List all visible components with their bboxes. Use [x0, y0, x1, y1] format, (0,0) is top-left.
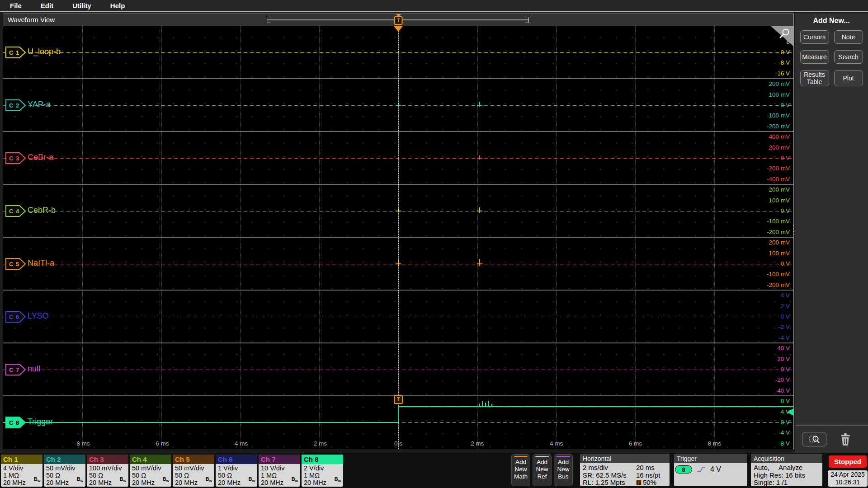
scale-label: 200 mV	[749, 239, 790, 246]
add-new-button[interactable]: AddNewMath	[511, 454, 530, 486]
channel-name-label[interactable]: LYSO	[28, 311, 49, 321]
main-area: Waveform View T C 1 U_loop-b 80 V-8 V-16…	[0, 13, 868, 453]
add-new-button[interactable]: AddNewBus	[554, 454, 573, 486]
trigger-flag-t-icon: T	[394, 16, 403, 25]
channel-vdiv: 100 mV/div	[89, 465, 127, 472]
acquisition-panel-title: Acquisition	[751, 454, 822, 463]
menu-item[interactable]: File	[10, 2, 22, 9]
footer-channel-badge[interactable]: Ch 4 50 mV/div 50 Ω 20 MHz Bw	[130, 455, 171, 487]
menu-item[interactable]: Utility	[72, 2, 91, 9]
footer-channel-settings: 50 mV/div 50 Ω 20 MHz Bw	[130, 464, 171, 486]
panel-splitter-grip[interactable]	[793, 225, 794, 235]
channel-name-label[interactable]: U_loop-b	[28, 47, 61, 56]
corner-magnifier-icon[interactable]	[771, 26, 793, 46]
trigger-position-flag[interactable]: T	[394, 14, 403, 25]
add-new-panel-button[interactable]: Measure	[800, 50, 829, 64]
footer-channel-badge[interactable]: Ch 7 10 V/div 1 MΩ 20 MHz Bw	[259, 455, 300, 487]
add-new-panel-button[interactable]: Note	[834, 30, 863, 44]
date-value: 24 Apr 2025	[828, 471, 868, 479]
channel-badge[interactable]: C 6	[5, 311, 26, 323]
trigger-level-arrow-icon[interactable]	[787, 408, 793, 416]
trigger-panel[interactable]: Trigger 8 4 V	[674, 454, 747, 486]
horizontal-row-left: RL: 1.25 Mpts	[583, 479, 636, 486]
add-button-accent	[514, 456, 528, 457]
channel-badge[interactable]: C 7	[5, 364, 26, 375]
time-label: 8 ms	[708, 440, 721, 447]
time-label: -2 ms	[311, 440, 327, 447]
time-label: -6 ms	[154, 440, 169, 447]
footer-channel-badge[interactable]: Ch 6 1 V/div 50 Ω 20 MHz Bw	[216, 455, 257, 487]
trigger-source-marker-icon[interactable]: T	[394, 395, 403, 404]
menu-item[interactable]: Edit	[41, 2, 53, 9]
channel-badge[interactable]: C 2	[5, 99, 26, 111]
channel-name-label[interactable]: NaITl-a	[28, 258, 54, 268]
footer-channel-label: Ch 2	[44, 455, 85, 464]
footer-channel-badge[interactable]: Ch 3 100 mV/div 50 Ω 20 MHz Bw	[87, 455, 128, 487]
add-new-panel-button[interactable]: Plot	[834, 70, 863, 86]
menu-item[interactable]: Help	[110, 2, 125, 9]
channel-badge[interactable]: C 3	[5, 152, 26, 164]
add-new-button[interactable]: AddNewRef	[533, 454, 552, 486]
channel-name-label[interactable]: CeBr-a	[28, 153, 53, 162]
time-label: 6 ms	[629, 440, 642, 447]
svg-text:C 5: C 5	[9, 261, 19, 267]
channel-badge[interactable]: C 5	[5, 258, 26, 270]
add-button-label: AddNewMath	[512, 459, 530, 480]
horizontal-row-right: T50%	[636, 479, 667, 486]
oscilloscope-app: FileEditUtilityHelp Waveform View T C 1	[0, 0, 868, 488]
run-stop-status-button[interactable]: Stopped	[829, 455, 867, 468]
footer-channel-badge[interactable]: Ch 1 4 V/div 1 MΩ 20 MHz Bw	[1, 455, 42, 487]
time-label: 2 ms	[471, 440, 484, 447]
add-new-panel-button[interactable]: Results Table	[800, 70, 829, 86]
trigger-position-line	[398, 26, 399, 449]
trash-icon[interactable]	[840, 433, 851, 446]
scale-label: 400 mV	[749, 134, 790, 140]
svg-text:C 8: C 8	[9, 419, 19, 426]
time-value: 10:26:31	[828, 479, 868, 486]
footer-channel-badge[interactable]: Ch 2 50 mV/div 50 Ω 20 MHz Bw	[44, 455, 85, 487]
scale-label: 0 V	[749, 261, 790, 267]
channel-name-label[interactable]: Trigger	[28, 417, 53, 427]
zoom-mode-button[interactable]	[802, 432, 826, 446]
svg-text:C 6: C 6	[9, 314, 19, 320]
footer-channel-badge[interactable]: Ch 8 2 V/div 1 MΩ 20 MHz Bw	[302, 455, 343, 487]
footer-channel-badge[interactable]: Ch 5 50 mV/div 50 Ω 20 MHz Bw	[173, 455, 214, 487]
channel-badge[interactable]: C 1	[5, 47, 26, 58]
scale-label: -4 V	[749, 335, 790, 341]
bandwidth-limit-icon: Bw	[77, 475, 83, 485]
rising-edge-icon	[696, 465, 706, 474]
footer-channel-label: Ch 3	[87, 455, 128, 464]
add-button-label: AddNewBus	[554, 459, 572, 480]
channel-name-label[interactable]: CebR-b	[28, 206, 56, 215]
add-button-accent	[557, 456, 570, 457]
svg-text:C 3: C 3	[9, 155, 19, 162]
add-button-label: AddNewRef	[533, 459, 551, 480]
add-new-panel-button[interactable]: Cursors	[800, 30, 829, 44]
channel-vdiv: 50 mV/div	[132, 465, 170, 472]
horizontal-row-left: SR: 62.5 MS/s	[583, 472, 636, 479]
scale-label: -200 mV	[749, 165, 790, 172]
footer-channel-settings: 100 mV/div 50 Ω 20 MHz Bw	[87, 464, 128, 486]
horizontal-panel[interactable]: Horizontal 2 ms/div 20 ms SR: 62.5 MS/s …	[580, 454, 670, 486]
channel-badge[interactable]: C 8	[5, 417, 26, 428]
menu-bar: FileEditUtilityHelp	[0, 0, 868, 12]
channel-badge[interactable]: C 4	[5, 205, 26, 217]
scale-label: -16 V	[749, 70, 790, 77]
scale-label: 100 mV	[749, 197, 790, 204]
waveform-view-tab[interactable]: Waveform View T	[3, 14, 793, 26]
waveform-plot[interactable]: C 1 U_loop-b 80 V-8 V-16 V C 2 YAP-a 200…	[3, 26, 793, 449]
time-label: 4 ms	[550, 440, 563, 447]
acquisition-panel[interactable]: Acquisition Auto, AnalyzeHigh Res: 16 bi…	[751, 454, 822, 486]
bandwidth-limit-icon: Bw	[249, 475, 255, 485]
overview-right-bracket	[525, 17, 529, 23]
horizontal-row: SR: 62.5 MS/s 16 ns/pt	[583, 472, 667, 479]
horizontal-panel-title: Horizontal	[580, 454, 670, 463]
svg-text:C 2: C 2	[9, 102, 19, 109]
footer-channel-label: Ch 4	[130, 455, 171, 464]
trigger-top-marker-icon[interactable]	[394, 26, 403, 32]
scale-label: 8 V	[749, 398, 790, 404]
svg-text:C 7: C 7	[9, 366, 19, 373]
add-new-panel-button[interactable]: Search	[834, 50, 863, 64]
channel-name-label[interactable]: YAP-a	[28, 100, 51, 109]
channel-name-label[interactable]: null	[28, 364, 40, 374]
